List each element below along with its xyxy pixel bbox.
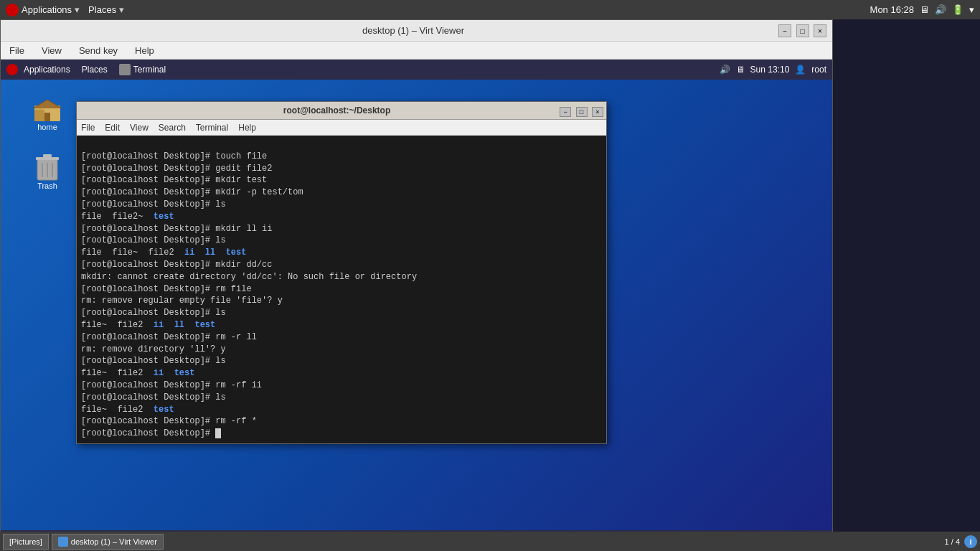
virt-close-button[interactable]: × [814, 24, 826, 37]
trash-icon-label: Trash [37, 182, 57, 190]
dropdown-arrow-apps: ▾ [75, 4, 80, 15]
guest-top-bar-right: 🔊 🖥 Sun 13:10 👤 root [720, 65, 826, 75]
svg-rect-6 [36, 157, 59, 160]
term-line-16: [root@localhost Desktop]# rm -r ll [81, 332, 257, 342]
desktop-icon-home[interactable]: home [22, 94, 72, 131]
term-menu-edit[interactable]: Edit [105, 123, 120, 133]
term-line-23: [root@localhost Desktop]# rm -rf * [81, 416, 257, 426]
virt-title-bar: desktop (1) – Virt Viewer − □ × [1, 20, 832, 42]
term-line-3: [root@localhost Desktop]# mkdir test [81, 175, 267, 185]
host-pager-text: 1 / 4 [945, 537, 960, 546]
term-line-4: [root@localhost Desktop]# mkdir -p test/… [81, 187, 303, 197]
term-menu-file[interactable]: File [81, 123, 95, 133]
system-time: Mon 16:28 [870, 4, 914, 15]
monitor-icon: 🖥 [920, 4, 929, 15]
desktop-icon-trash[interactable]: Trash [22, 153, 72, 190]
virt-menu-sendkey[interactable]: Send key [76, 45, 121, 56]
virt-viewer-window: desktop (1) – Virt Viewer − □ × File Vie… [0, 19, 833, 551]
places-menu[interactable]: Places [88, 4, 116, 15]
term-menu-view[interactable]: View [130, 123, 149, 133]
home-folder-icon [33, 94, 62, 123]
virt-maximize-button[interactable]: □ [796, 24, 809, 37]
host-taskbar-right: 1 / 4 i [945, 535, 977, 548]
term-line-9: file file~ file2 ii ll test [81, 248, 246, 258]
dropdown-arrow-places: ▾ [119, 4, 124, 15]
guest-user-name: root [811, 65, 826, 75]
terminal-title-text: root@localhost:~/Desktop [116, 105, 558, 116]
terminal-cursor [215, 428, 221, 438]
virt-title-text: desktop (1) – Virt Viewer [50, 25, 777, 36]
term-line-7: [root@localhost Desktop]# mkdir ll ii [81, 224, 272, 234]
guest-redhat-icon [6, 64, 18, 75]
guest-time: Sun 13:10 [750, 65, 790, 75]
term-line-10: [root@localhost Desktop]# mkdir dd/cc [81, 260, 272, 270]
term-line-18: [root@localhost Desktop]# ls [81, 356, 226, 366]
terminal-maximize-button[interactable]: □ [576, 107, 588, 117]
guest-user-icon: 👤 [795, 65, 806, 75]
terminal-content[interactable]: [root@localhost Desktop]# touch file [ro… [77, 136, 606, 443]
term-line-21: [root@localhost Desktop]# ls [81, 392, 226, 402]
guest-monitor-icon: 🖥 [736, 65, 745, 75]
guest-volume-icon: 🔊 [720, 65, 730, 75]
pictures-taskbar-label: [Pictures] [9, 537, 42, 546]
term-line-19: file~ file2 ii test [81, 368, 194, 378]
terminal-close-button[interactable]: × [592, 107, 603, 117]
guest-desktop: Applications Places Terminal 🔊 🖥 Sun 13:… [1, 60, 832, 550]
host-pager-info-button[interactable]: i [964, 535, 977, 548]
term-menu-terminal[interactable]: Terminal [196, 123, 228, 133]
term-line-5: [root@localhost Desktop]# ls [81, 199, 226, 209]
term-line-8: [root@localhost Desktop]# ls [81, 235, 226, 245]
dropdown-arrow-tray: ▾ [969, 4, 974, 15]
term-line-13: rm: remove regular empty file 'file'? y [81, 296, 283, 306]
system-bar-right: Mon 16:28 🖥 🔊 🔋 ▾ [870, 4, 974, 15]
home-icon-label: home [37, 123, 57, 131]
virt-taskbar-icon [58, 537, 68, 547]
system-bar-left: Applications ▾ Places ▾ [6, 4, 124, 17]
guest-terminal-menu[interactable]: Terminal [119, 64, 166, 75]
host-taskbar-pictures[interactable]: [Pictures] [3, 534, 49, 550]
term-line-14: [root@localhost Desktop]# ls [81, 308, 226, 318]
host-taskbar: [Pictures] desktop (1) – Virt Viewer 1 /… [0, 532, 980, 551]
term-line-20: [root@localhost Desktop]# rm -rf ii [81, 380, 262, 390]
svg-rect-3 [44, 113, 50, 121]
term-menu-help[interactable]: Help [238, 123, 256, 133]
guest-top-bar-left: Applications Places Terminal [6, 64, 166, 75]
term-line-6: file file2~ test [81, 212, 174, 222]
guest-applications-menu[interactable]: Applications [24, 65, 70, 75]
trash-icon [34, 153, 60, 182]
term-menu-search[interactable]: Search [159, 123, 186, 133]
virt-taskbar-label: desktop (1) – Virt Viewer [71, 537, 157, 546]
terminal-window: root@localhost:~/Desktop − □ × File Edit… [76, 101, 607, 444]
term-line-17: rm: remove directory 'll'? y [81, 344, 226, 354]
term-line-1: [root@localhost Desktop]# touch file [81, 151, 267, 161]
term-line-24: [root@localhost Desktop]# [81, 428, 221, 438]
term-line-15: file~ file2 ii ll test [81, 320, 215, 330]
battery-icon: 🔋 [952, 4, 963, 15]
svg-rect-2 [34, 110, 44, 121]
term-line-12: [root@localhost Desktop]# rm file [81, 284, 252, 294]
system-bar: Applications ▾ Places ▾ Mon 16:28 🖥 🔊 🔋 … [0, 0, 980, 19]
term-line-22: file~ file2 test [81, 405, 174, 415]
virt-menu-view[interactable]: View [39, 45, 65, 56]
virt-minimize-button[interactable]: − [778, 24, 791, 37]
terminal-menu-bar: File Edit View Search Terminal Help [77, 120, 606, 136]
svg-rect-7 [43, 154, 52, 157]
terminal-title-bar: root@localhost:~/Desktop − □ × [77, 102, 606, 120]
redhat-icon [6, 4, 19, 17]
applications-menu[interactable]: Applications [22, 4, 72, 15]
host-taskbar-virt[interactable]: desktop (1) – Virt Viewer [52, 534, 164, 550]
guest-top-bar: Applications Places Terminal 🔊 🖥 Sun 13:… [1, 60, 832, 80]
guest-places-menu[interactable]: Places [82, 65, 108, 75]
term-line-2: [root@localhost Desktop]# gedit file2 [81, 164, 272, 174]
terminal-minimize-button[interactable]: − [560, 107, 571, 117]
volume-icon: 🔊 [935, 4, 946, 15]
virt-menu-help[interactable]: Help [132, 45, 157, 56]
right-panel [833, 19, 980, 551]
term-line-11: mkdir: cannot create directory 'dd/cc': … [81, 272, 417, 282]
virt-menu-bar: File View Send key Help [1, 42, 832, 60]
virt-menu-file[interactable]: File [6, 45, 27, 56]
